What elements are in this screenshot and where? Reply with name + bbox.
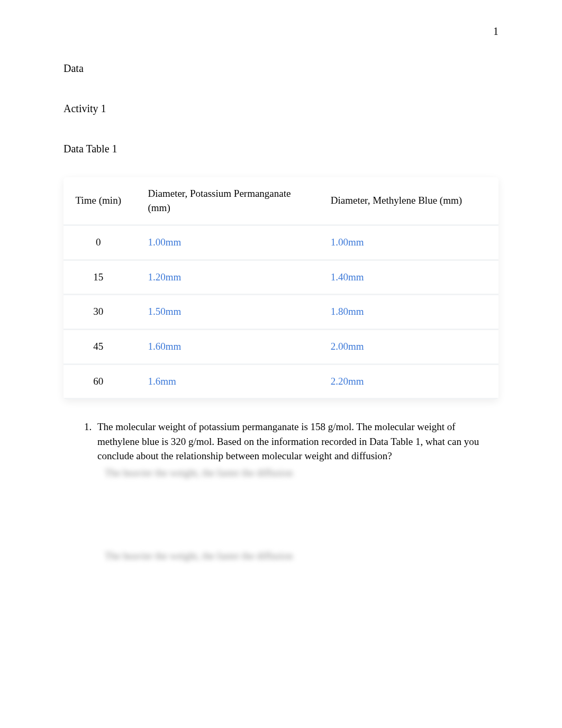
cell-methylene: 2.00mm [316,329,498,364]
table-row: 45 1.60mm 2.00mm [64,329,498,364]
cell-time: 30 [64,295,133,330]
cell-potassium: 1.20mm [133,260,316,295]
cell-potassium: 1.50mm [133,295,316,330]
page-number: 1 [493,24,498,39]
heading-data: Data [64,61,498,76]
cell-potassium: 1.60mm [133,329,316,364]
col-header-methylene: Diameter, Methylene Blue (mm) [316,177,498,225]
table-row: 15 1.20mm 1.40mm [64,260,498,295]
heading-table: Data Table 1 [64,141,498,156]
question-list: The molecular weight of potassium perman… [84,420,498,563]
cell-time: 15 [64,260,133,295]
table-header-row: Time (min) Diameter, Potassium Permangan… [64,177,498,225]
data-table-container: Time (min) Diameter, Potassium Permangan… [64,177,498,399]
cell-time: 60 [64,364,133,399]
question-item: The molecular weight of potassium perman… [94,420,498,563]
table-row: 60 1.6mm 2.20mm [64,364,498,399]
blurred-answer: The heavier the weight, the faster the d… [105,549,498,563]
blurred-answer: The heavier the weight, the faster the d… [105,466,498,480]
heading-activity: Activity 1 [64,101,498,116]
question-text: The molecular weight of potassium perman… [97,421,479,461]
table-row: 30 1.50mm 1.80mm [64,295,498,330]
cell-methylene: 1.00mm [316,225,498,260]
cell-methylene: 1.80mm [316,295,498,330]
col-header-time: Time (min) [64,177,133,225]
cell-potassium: 1.6mm [133,364,316,399]
cell-time: 45 [64,329,133,364]
cell-methylene: 1.40mm [316,260,498,295]
cell-methylene: 2.20mm [316,364,498,399]
table-row: 0 1.00mm 1.00mm [64,225,498,260]
col-header-potassium: Diameter, Potassium Permanganate (mm) [133,177,316,225]
cell-potassium: 1.00mm [133,225,316,260]
cell-time: 0 [64,225,133,260]
data-table: Time (min) Diameter, Potassium Permangan… [64,177,498,399]
